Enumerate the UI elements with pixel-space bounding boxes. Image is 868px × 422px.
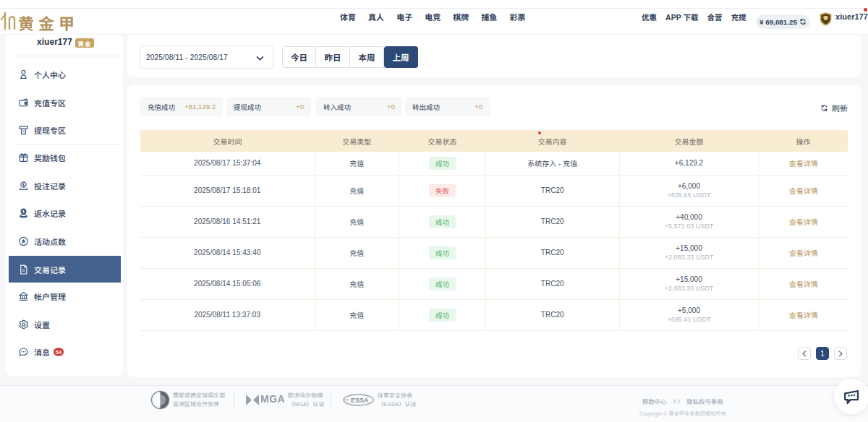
svg-text:ESSA: ESSA (351, 397, 369, 404)
